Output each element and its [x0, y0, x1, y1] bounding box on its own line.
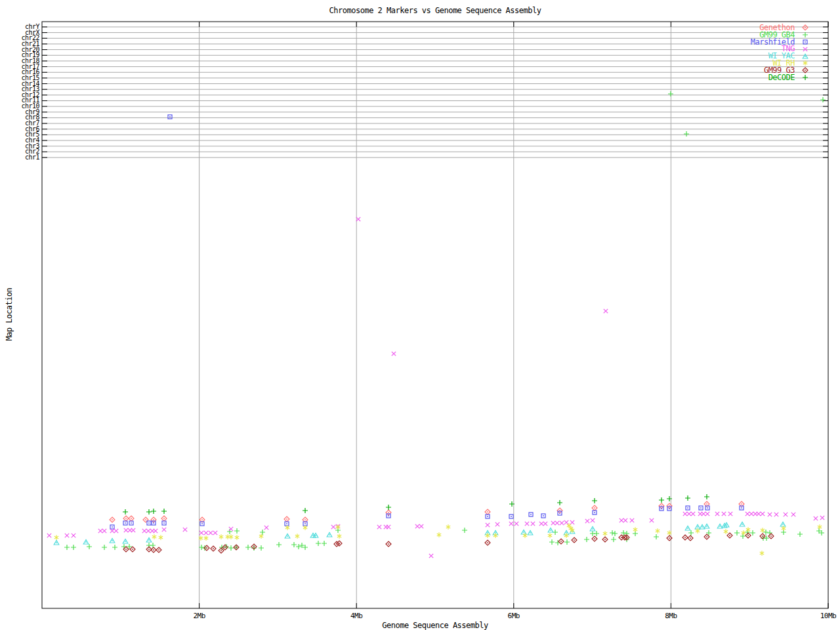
data-point-tng [604, 309, 608, 313]
data-point-wi_rh [204, 536, 208, 541]
data-point-gm99_gb4 [291, 542, 297, 547]
data-point-tng [142, 529, 146, 533]
data-point-tng [124, 528, 128, 532]
data-point-wi_yac [83, 539, 89, 544]
data-point-tng [650, 518, 654, 522]
data-point-tng [757, 512, 761, 516]
data-point-tng [820, 516, 824, 520]
data-point-wi_yac [110, 538, 115, 543]
data-point-gm99_gb4 [87, 544, 92, 549]
data-point-marshfield [699, 506, 703, 510]
data-point-tng [72, 534, 75, 537]
data-point-gm99_gb4 [245, 545, 251, 550]
data-point-wi_yac [327, 532, 332, 537]
plot-area-svg [0, 0, 840, 630]
data-point-gm99_g3 [334, 541, 339, 547]
data-point-wi_yac [146, 537, 152, 542]
data-point-wi_rh [295, 534, 299, 539]
data-point-wi_rh [742, 530, 746, 536]
data-point-gm99_gb4 [112, 545, 117, 550]
data-point-tng [749, 512, 753, 516]
data-point-gm99_gb4 [740, 534, 746, 539]
data-point-marshfield [152, 521, 156, 525]
data-point-gm99_g3 [156, 547, 161, 553]
data-point-tng [377, 525, 381, 529]
data-point-wi_yac [780, 522, 786, 526]
data-point-tng [774, 513, 778, 516]
data-point-tng [620, 518, 623, 522]
data-point-gm99_g3 [386, 541, 391, 547]
data-point-tng [531, 522, 535, 526]
data-point-gm99_gb4 [564, 539, 570, 545]
data-point-gm99_g3 [572, 537, 577, 543]
data-point-gm99_gb4 [260, 530, 265, 535]
gridlines [42, 22, 828, 608]
data-point-gm99_gb4 [611, 537, 616, 542]
data-point-gm99_g3 [619, 535, 624, 540]
data-point-tng [356, 217, 360, 221]
data-point-gm99_gb4 [316, 541, 321, 546]
data-point-gm99_gb4 [668, 91, 673, 96]
data-point-tng [683, 512, 687, 516]
data-point-tng [98, 529, 102, 533]
data-point-wi_rh [219, 534, 223, 539]
data-point-wi_yac [704, 524, 709, 528]
data-point-tng [146, 529, 150, 533]
series-gm99_gb4 [64, 91, 826, 551]
data-point-gm99_gb4 [763, 530, 768, 535]
data-point-tng [746, 512, 749, 516]
data-point-tng [162, 528, 166, 532]
data-point-genethon [129, 516, 134, 521]
data-point-gm99_gb4 [64, 545, 70, 550]
data-point-tng [204, 531, 208, 535]
data-point-tng [687, 512, 691, 516]
series-tng [47, 217, 824, 558]
data-point-genethon [592, 505, 597, 511]
data-point-tng [814, 516, 818, 520]
decode-marker-icon [799, 74, 811, 81]
data-point-gm99_gb4 [150, 543, 156, 548]
data-point-marshfield [110, 525, 114, 529]
data-point-gm99_gb4 [71, 545, 76, 550]
data-point-wi_rh [235, 535, 239, 540]
data-point-wi_rh [724, 529, 728, 534]
data-point-gm99_gb4 [594, 531, 599, 536]
data-point-tng [560, 521, 564, 525]
data-point-wi_yac [685, 526, 690, 530]
data-point-tng [415, 524, 419, 528]
x-axis-label: Genome Sequence Assembly [42, 621, 828, 630]
data-point-wi_yac [521, 530, 526, 534]
data-point-gm99_gb4 [228, 545, 234, 551]
data-point-gm99_g3 [130, 547, 135, 552]
data-point-marshfield [285, 522, 289, 526]
data-point-gm99_gb4 [276, 542, 282, 547]
data-point-tng [570, 520, 574, 524]
data-point-wi_rh [446, 524, 450, 530]
data-point-tng [264, 526, 268, 530]
legend-item-decode: DeCODE [751, 74, 811, 81]
data-point-tng [539, 522, 543, 526]
data-point-genethon [485, 509, 490, 514]
data-point-wi_rh [159, 535, 163, 540]
data-point-marshfield [147, 521, 151, 525]
data-point-tng [728, 512, 732, 516]
data-point-tng [691, 512, 695, 516]
data-point-decode [146, 509, 152, 514]
data-point-decode [151, 509, 156, 514]
data-point-tng [213, 531, 217, 535]
data-point-marshfield [686, 506, 690, 510]
data-point-marshfield [509, 514, 513, 518]
data-point-marshfield [129, 521, 133, 525]
data-point-wi_yac [528, 530, 533, 535]
data-point-wi_yac [590, 526, 595, 531]
data-point-gm99_gb4 [820, 97, 826, 102]
data-point-tng [495, 522, 499, 526]
data-point-gm99_g3 [211, 546, 216, 551]
data-point-wi_rh [548, 533, 552, 538]
data-point-wi_yac [123, 539, 128, 543]
data-point-tng [47, 534, 51, 537]
data-point-wi_rh [229, 534, 233, 539]
data-point-decode [161, 509, 167, 514]
chart-title: Chromosome 2 Markers vs Genome Sequence … [42, 6, 828, 15]
legend-label: DeCODE [768, 74, 795, 81]
